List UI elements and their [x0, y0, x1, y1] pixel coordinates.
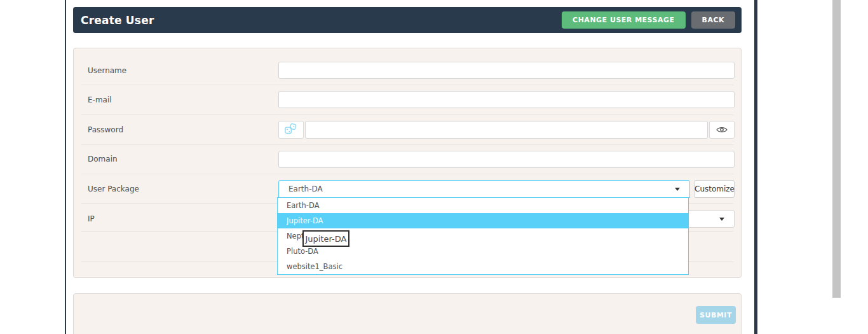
- option-tooltip: Jupiter-DA: [302, 230, 349, 247]
- email-input[interactable]: [278, 91, 735, 108]
- change-user-message-button[interactable]: CHANGE USER MESSAGE: [562, 11, 685, 29]
- reveal-password-button[interactable]: [709, 121, 735, 139]
- customize-button[interactable]: Customize: [694, 180, 735, 198]
- password-field-group: [278, 121, 735, 139]
- username-input[interactable]: [278, 62, 735, 79]
- scrollbar[interactable]: [832, 0, 841, 298]
- dropdown-option[interactable]: website1_Basic: [278, 259, 688, 274]
- page-title: Create User: [73, 14, 154, 27]
- eye-icon: [716, 124, 728, 136]
- password-input[interactable]: [305, 121, 708, 139]
- chevron-down-icon: [719, 218, 724, 221]
- header-buttons: CHANGE USER MESSAGE BACK: [562, 11, 742, 29]
- domain-input[interactable]: [278, 151, 735, 168]
- submit-button[interactable]: SUBMIT: [696, 306, 736, 324]
- password-label: Password: [88, 125, 123, 134]
- row-divider: [81, 174, 733, 174]
- email-label: E-mail: [88, 95, 112, 104]
- user-package-label: User Package: [88, 184, 139, 193]
- right-page-border: [754, 0, 757, 334]
- page: Create User CHANGE USER MESSAGE BACK Use…: [0, 0, 868, 334]
- row-divider: [81, 85, 733, 85]
- tooltip-text: Jupiter-DA: [306, 234, 347, 244]
- user-package-select[interactable]: Earth-DA: [278, 180, 690, 198]
- back-button[interactable]: BACK: [691, 11, 736, 29]
- domain-label: Domain: [88, 155, 118, 164]
- row-divider: [81, 115, 733, 115]
- generate-password-button[interactable]: [278, 121, 304, 139]
- ip-label: IP: [88, 214, 95, 223]
- dice-icon: [285, 123, 297, 137]
- user-package-selected-value: Earth-DA: [288, 184, 323, 193]
- form-footer: SUBMIT: [73, 293, 742, 334]
- chevron-down-icon: [675, 188, 680, 191]
- dropdown-option-highlighted[interactable]: Jupiter-DA: [278, 213, 688, 228]
- left-page-border: [65, 0, 66, 334]
- row-divider: [81, 144, 733, 145]
- dropdown-option[interactable]: Earth-DA: [278, 198, 688, 213]
- username-label: Username: [88, 66, 126, 75]
- page-header: Create User CHANGE USER MESSAGE BACK: [73, 7, 742, 33]
